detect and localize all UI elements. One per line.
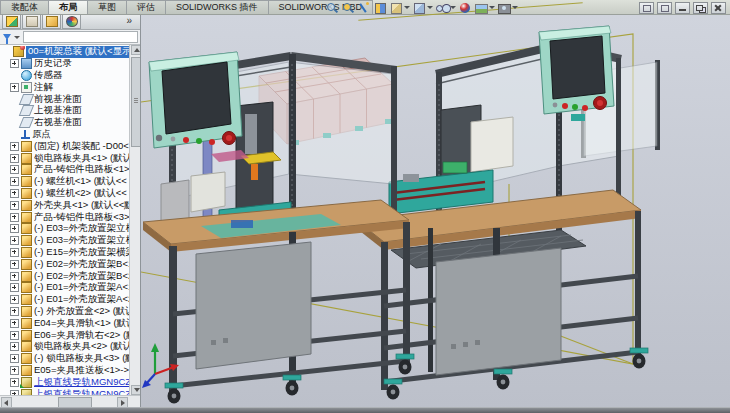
- tree-item[interactable]: (-) E03=外壳放置架立柱: [0, 235, 130, 247]
- tree-item[interactable]: 00=机架总装 (默认<显示: [0, 46, 130, 58]
- expand-plus-icon[interactable]: [10, 224, 19, 233]
- ribbon-tab[interactable]: 草图: [87, 0, 127, 14]
- tree-item[interactable]: E06=夹具滑轨右<2> (默: [0, 329, 130, 341]
- tree-item[interactable]: (-) 锁电路板夹具<3> (默: [0, 353, 130, 365]
- view-orientation-icon[interactable]: [389, 2, 410, 14]
- expand-plus-icon[interactable]: [10, 165, 19, 174]
- new-window-icon[interactable]: [639, 2, 654, 14]
- tree-item[interactable]: 前视基准面: [0, 93, 130, 105]
- tree-item[interactable]: 注解: [0, 81, 130, 93]
- ribbon-tab[interactable]: SOLIDWORKS 插件: [165, 0, 269, 14]
- left-red-button[interactable]: [183, 137, 189, 143]
- configurationmanager-tab[interactable]: [42, 14, 61, 29]
- ribbon-tab[interactable]: 装配体: [0, 0, 49, 14]
- filter-dropdown-caret[interactable]: [14, 36, 20, 39]
- dropdown-caret-icon[interactable]: [489, 6, 495, 9]
- tree-item[interactable]: 上银直线导轨MGN9CZ0: [0, 376, 130, 388]
- expand-plus-icon[interactable]: [10, 283, 19, 292]
- tree-item[interactable]: (-) E02=外壳放置架B<2: [0, 270, 130, 282]
- right-control-panel[interactable]: [539, 26, 614, 121]
- tree-item[interactable]: E04=夹具滑轨<1> (默认: [0, 317, 130, 329]
- section-view-icon[interactable]: [373, 2, 387, 14]
- display-style-icon[interactable]: [412, 2, 433, 14]
- tree-item[interactable]: 产品-铸铝件电路板<1>: [0, 164, 130, 176]
- edit-appearance-icon[interactable]: [458, 2, 472, 14]
- tree-item[interactable]: 产品-铸铝件电路板<3>: [0, 211, 130, 223]
- expand-plus-icon[interactable]: [10, 154, 19, 163]
- right-knob[interactable]: [553, 103, 558, 108]
- hide-show-items-icon[interactable]: [435, 2, 456, 14]
- expand-plus-icon[interactable]: [10, 354, 19, 363]
- tree-item[interactable]: 上视基准面: [0, 105, 130, 117]
- expand-plus-icon[interactable]: [10, 236, 19, 245]
- dropdown-caret-icon[interactable]: [404, 6, 410, 9]
- apply-scene-icon[interactable]: [474, 2, 495, 14]
- right-green-button[interactable]: [572, 104, 578, 110]
- scroll-up-arrow[interactable]: [131, 45, 140, 55]
- right-red-button-2[interactable]: [582, 105, 588, 111]
- tree-item[interactable]: (-) E02=外壳放置架B<1: [0, 258, 130, 270]
- graphics-viewport[interactable]: [141, 14, 730, 408]
- close-icon[interactable]: [711, 2, 726, 14]
- panel-overflow-chevron[interactable]: »: [126, 15, 132, 26]
- expand-plus-icon[interactable]: [10, 331, 19, 340]
- tree-item[interactable]: 历史记录: [0, 58, 130, 70]
- minimize-icon[interactable]: [675, 2, 690, 14]
- expand-plus-icon[interactable]: [10, 342, 19, 351]
- zoom-to-area-icon[interactable]: [341, 2, 355, 14]
- tree-filter-input[interactable]: [23, 31, 138, 43]
- displaymanager-tab[interactable]: [62, 14, 81, 29]
- expand-plus-icon[interactable]: [10, 213, 19, 222]
- magic-wand-icon[interactable]: [357, 2, 371, 14]
- scroll-down-arrow[interactable]: [131, 385, 140, 395]
- featuremanager-tree-tab[interactable]: [2, 14, 21, 29]
- tree-item[interactable]: 锁电路板夹具<2> (默认: [0, 341, 130, 353]
- restore-icon[interactable]: [693, 2, 708, 14]
- tree-item[interactable]: E05=夹具推送板<1>->: [0, 365, 130, 377]
- expand-plus-icon[interactable]: [10, 83, 19, 92]
- expand-plus-icon[interactable]: [10, 260, 19, 269]
- expand-plus-icon[interactable]: [10, 201, 19, 210]
- tree-item[interactable]: 传感器: [0, 70, 130, 82]
- right-red-button[interactable]: [562, 103, 568, 109]
- expand-plus-icon[interactable]: [10, 59, 19, 68]
- expand-plus-icon[interactable]: [10, 177, 19, 186]
- tree-item[interactable]: (-) E03=外壳放置架立柱: [0, 223, 130, 235]
- tree-item[interactable]: (-) 螺丝机<1> (默认<<: [0, 176, 130, 188]
- tree-item[interactable]: 锁电路板夹具<1> (默认: [0, 152, 130, 164]
- expand-plus-icon[interactable]: [10, 366, 19, 375]
- left-red-button-2[interactable]: [209, 139, 215, 145]
- zoom-to-fit-icon[interactable]: [325, 2, 339, 14]
- left-knob[interactable]: [156, 135, 162, 141]
- tree-item[interactable]: 原点: [0, 129, 130, 141]
- view-settings-icon[interactable]: [497, 2, 518, 14]
- viewport-3d-scene[interactable]: [141, 14, 730, 408]
- expand-plus-icon[interactable]: [10, 307, 19, 316]
- tree-item[interactable]: (-) E01=外壳放置架A<1: [0, 282, 130, 294]
- left-control-panel[interactable]: [149, 52, 242, 148]
- dropdown-caret-icon[interactable]: [427, 6, 433, 9]
- expand-plus-icon[interactable]: [10, 248, 19, 257]
- window-icon[interactable]: [657, 2, 672, 14]
- propertymanager-tab[interactable]: [22, 14, 41, 29]
- tree-item[interactable]: 外壳夹具<1> (默认<<默: [0, 199, 130, 211]
- tree-item[interactable]: (-) E01=外壳放置架A<2: [0, 294, 130, 306]
- dropdown-caret-icon[interactable]: [450, 6, 456, 9]
- expand-plus-icon[interactable]: [10, 189, 19, 198]
- tree-vertical-scrollbar[interactable]: [129, 45, 140, 395]
- tree-item[interactable]: (-) 外壳放置盒<2> (默认: [0, 306, 130, 318]
- expand-plus-icon[interactable]: [10, 378, 19, 387]
- ribbon-tab[interactable]: 评估: [126, 0, 166, 14]
- expand-plus-icon[interactable]: [10, 319, 19, 328]
- tree-item[interactable]: 右视基准面: [0, 117, 130, 129]
- expand-plus-icon[interactable]: [10, 272, 19, 281]
- ribbon-tab[interactable]: 布局: [48, 0, 88, 14]
- left-green-button[interactable]: [196, 138, 202, 144]
- tree-item[interactable]: (-) 螺丝机<2> (默认<<: [0, 188, 130, 200]
- tree-item[interactable]: 上银直线导轨MGN9CZ0: [0, 388, 130, 395]
- dropdown-caret-icon[interactable]: [512, 6, 518, 9]
- tree-item[interactable]: (-) E15=外壳放置架横梁: [0, 247, 130, 259]
- expand-plus-icon[interactable]: [10, 295, 19, 304]
- tree-item[interactable]: (固定) 机架装配 -D00<1: [0, 140, 130, 152]
- expand-plus-icon[interactable]: [10, 142, 19, 151]
